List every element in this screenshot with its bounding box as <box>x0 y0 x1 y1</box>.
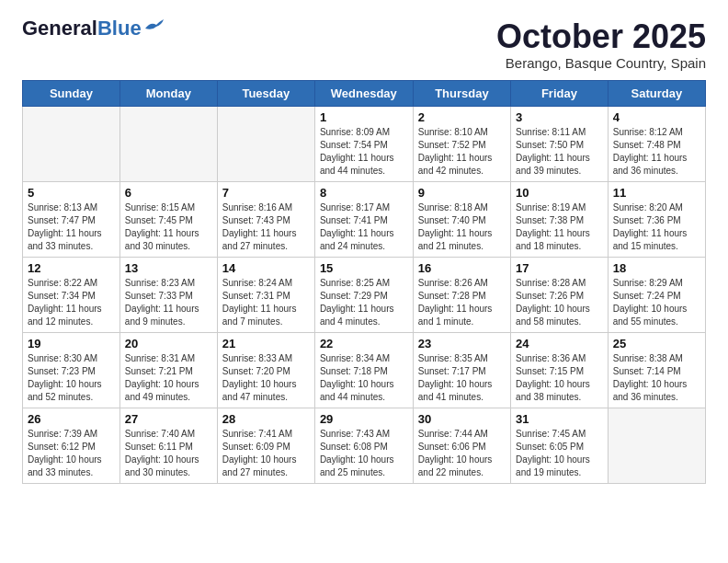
day-info: Sunrise: 8:16 AMSunset: 7:43 PMDaylight:… <box>222 201 310 253</box>
day-info: Sunrise: 8:30 AMSunset: 7:23 PMDaylight:… <box>28 352 115 404</box>
calendar-day-cell: 21Sunrise: 8:33 AMSunset: 7:20 PMDayligh… <box>217 332 314 408</box>
calendar-day-cell: 19Sunrise: 8:30 AMSunset: 7:23 PMDayligh… <box>23 332 120 408</box>
day-number: 21 <box>222 337 310 350</box>
day-info: Sunrise: 8:20 AMSunset: 7:36 PMDaylight:… <box>613 201 700 253</box>
calendar-day-cell: 16Sunrise: 8:26 AMSunset: 7:28 PMDayligh… <box>413 257 510 332</box>
calendar-day-cell: 30Sunrise: 7:44 AMSunset: 6:06 PMDayligh… <box>413 408 510 483</box>
day-number: 24 <box>516 337 603 350</box>
col-header-saturday: Saturday <box>608 80 705 106</box>
calendar-empty-cell <box>608 408 705 483</box>
day-info: Sunrise: 8:23 AMSunset: 7:33 PMDaylight:… <box>125 277 212 328</box>
day-number: 2 <box>418 110 506 124</box>
location: Berango, Basque Country, Spain <box>496 55 706 71</box>
title-block: October 2025 Berango, Basque Country, Sp… <box>496 18 706 71</box>
day-info: Sunrise: 7:43 AMSunset: 6:08 PMDaylight:… <box>320 428 408 479</box>
day-number: 23 <box>418 337 506 350</box>
calendar-week-row: 5Sunrise: 8:13 AMSunset: 7:47 PMDaylight… <box>23 181 706 257</box>
day-info: Sunrise: 7:44 AMSunset: 6:06 PMDaylight:… <box>418 428 506 479</box>
day-number: 31 <box>516 412 603 426</box>
calendar-header-row: SundayMondayTuesdayWednesdayThursdayFrid… <box>23 80 706 106</box>
logo-bird-icon <box>143 19 164 32</box>
day-number: 9 <box>418 186 506 200</box>
calendar-day-cell: 20Sunrise: 8:31 AMSunset: 7:21 PMDayligh… <box>119 332 217 408</box>
day-info: Sunrise: 8:28 AMSunset: 7:26 PMDaylight:… <box>516 277 603 328</box>
day-number: 27 <box>125 412 212 426</box>
day-info: Sunrise: 8:24 AMSunset: 7:31 PMDaylight:… <box>222 277 310 328</box>
day-number: 6 <box>125 186 212 200</box>
calendar-day-cell: 4Sunrise: 8:12 AMSunset: 7:48 PMDaylight… <box>608 106 705 181</box>
calendar-day-cell: 31Sunrise: 7:45 AMSunset: 6:05 PMDayligh… <box>511 408 609 483</box>
day-info: Sunrise: 8:25 AMSunset: 7:29 PMDaylight:… <box>320 277 408 328</box>
calendar-day-cell: 3Sunrise: 8:11 AMSunset: 7:50 PMDaylight… <box>511 106 609 181</box>
day-info: Sunrise: 8:15 AMSunset: 7:45 PMDaylight:… <box>125 201 212 253</box>
day-number: 30 <box>418 412 506 426</box>
col-header-tuesday: Tuesday <box>217 80 314 106</box>
day-info: Sunrise: 7:39 AMSunset: 6:12 PMDaylight:… <box>28 428 115 479</box>
header: GeneralBlue October 2025 Berango, Basque… <box>22 18 706 71</box>
calendar-day-cell: 27Sunrise: 7:40 AMSunset: 6:11 PMDayligh… <box>119 408 217 483</box>
day-info: Sunrise: 8:19 AMSunset: 7:38 PMDaylight:… <box>516 201 603 253</box>
calendar-day-cell: 11Sunrise: 8:20 AMSunset: 7:36 PMDayligh… <box>608 181 705 257</box>
calendar-day-cell: 12Sunrise: 8:22 AMSunset: 7:34 PMDayligh… <box>23 257 120 332</box>
day-info: Sunrise: 8:18 AMSunset: 7:40 PMDaylight:… <box>418 201 506 253</box>
logo: GeneralBlue <box>22 18 164 39</box>
day-number: 15 <box>320 261 408 275</box>
calendar-table: SundayMondayTuesdayWednesdayThursdayFrid… <box>22 80 706 484</box>
day-number: 1 <box>320 110 408 124</box>
day-number: 14 <box>222 261 310 275</box>
day-info: Sunrise: 8:11 AMSunset: 7:50 PMDaylight:… <box>516 126 603 178</box>
calendar-day-cell: 10Sunrise: 8:19 AMSunset: 7:38 PMDayligh… <box>511 181 609 257</box>
day-number: 17 <box>516 261 603 275</box>
day-number: 22 <box>320 337 408 350</box>
calendar-day-cell: 15Sunrise: 8:25 AMSunset: 7:29 PMDayligh… <box>314 257 413 332</box>
day-info: Sunrise: 7:41 AMSunset: 6:09 PMDaylight:… <box>222 428 310 479</box>
calendar-day-cell: 8Sunrise: 8:17 AMSunset: 7:41 PMDaylight… <box>314 181 413 257</box>
month-title: October 2025 <box>496 18 706 55</box>
day-number: 19 <box>28 337 115 350</box>
calendar-day-cell: 5Sunrise: 8:13 AMSunset: 7:47 PMDaylight… <box>23 181 120 257</box>
logo-text: GeneralBlue <box>22 18 142 39</box>
day-number: 11 <box>613 186 700 200</box>
day-info: Sunrise: 7:40 AMSunset: 6:11 PMDaylight:… <box>125 428 212 479</box>
day-info: Sunrise: 8:31 AMSunset: 7:21 PMDaylight:… <box>125 352 212 404</box>
day-info: Sunrise: 8:33 AMSunset: 7:20 PMDaylight:… <box>222 352 310 404</box>
day-number: 10 <box>516 186 603 200</box>
calendar-day-cell: 1Sunrise: 8:09 AMSunset: 7:54 PMDaylight… <box>314 106 413 181</box>
calendar-empty-cell <box>217 106 314 181</box>
calendar-day-cell: 6Sunrise: 8:15 AMSunset: 7:45 PMDaylight… <box>119 181 217 257</box>
day-info: Sunrise: 8:29 AMSunset: 7:24 PMDaylight:… <box>613 277 700 328</box>
page: GeneralBlue October 2025 Berango, Basque… <box>0 0 728 502</box>
calendar-day-cell: 14Sunrise: 8:24 AMSunset: 7:31 PMDayligh… <box>217 257 314 332</box>
day-info: Sunrise: 8:17 AMSunset: 7:41 PMDaylight:… <box>320 201 408 253</box>
calendar-day-cell: 18Sunrise: 8:29 AMSunset: 7:24 PMDayligh… <box>608 257 705 332</box>
day-info: Sunrise: 8:10 AMSunset: 7:52 PMDaylight:… <box>418 126 506 178</box>
day-number: 18 <box>613 261 700 275</box>
day-info: Sunrise: 8:38 AMSunset: 7:14 PMDaylight:… <box>613 352 700 404</box>
calendar-day-cell: 2Sunrise: 8:10 AMSunset: 7:52 PMDaylight… <box>413 106 510 181</box>
day-number: 3 <box>516 110 603 124</box>
calendar-empty-cell <box>119 106 217 181</box>
calendar-day-cell: 9Sunrise: 8:18 AMSunset: 7:40 PMDaylight… <box>413 181 510 257</box>
calendar-day-cell: 26Sunrise: 7:39 AMSunset: 6:12 PMDayligh… <box>23 408 120 483</box>
day-info: Sunrise: 8:12 AMSunset: 7:48 PMDaylight:… <box>613 126 700 178</box>
col-header-monday: Monday <box>119 80 217 106</box>
day-info: Sunrise: 8:09 AMSunset: 7:54 PMDaylight:… <box>320 126 408 178</box>
calendar-week-row: 12Sunrise: 8:22 AMSunset: 7:34 PMDayligh… <box>23 257 706 332</box>
day-number: 8 <box>320 186 408 200</box>
col-header-friday: Friday <box>511 80 609 106</box>
day-number: 4 <box>613 110 700 124</box>
day-info: Sunrise: 8:26 AMSunset: 7:28 PMDaylight:… <box>418 277 506 328</box>
day-info: Sunrise: 8:34 AMSunset: 7:18 PMDaylight:… <box>320 352 408 404</box>
calendar-day-cell: 29Sunrise: 7:43 AMSunset: 6:08 PMDayligh… <box>314 408 413 483</box>
calendar-day-cell: 24Sunrise: 8:36 AMSunset: 7:15 PMDayligh… <box>511 332 609 408</box>
day-number: 28 <box>222 412 310 426</box>
calendar-day-cell: 25Sunrise: 8:38 AMSunset: 7:14 PMDayligh… <box>608 332 705 408</box>
calendar-day-cell: 7Sunrise: 8:16 AMSunset: 7:43 PMDaylight… <box>217 181 314 257</box>
day-number: 5 <box>28 186 115 200</box>
calendar-week-row: 26Sunrise: 7:39 AMSunset: 6:12 PMDayligh… <box>23 408 706 483</box>
calendar-empty-cell <box>23 106 120 181</box>
day-info: Sunrise: 8:22 AMSunset: 7:34 PMDaylight:… <box>28 277 115 328</box>
calendar-week-row: 1Sunrise: 8:09 AMSunset: 7:54 PMDaylight… <box>23 106 706 181</box>
day-number: 16 <box>418 261 506 275</box>
calendar-week-row: 19Sunrise: 8:30 AMSunset: 7:23 PMDayligh… <box>23 332 706 408</box>
